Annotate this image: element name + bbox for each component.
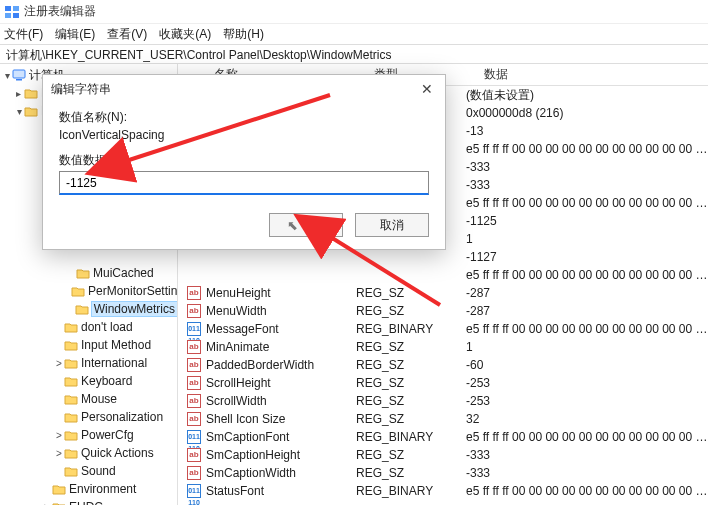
list-row[interactable]: 011110StatusFontREG_BINARYe5 ff ff ff 00… [178,482,708,500]
cell-type: REG_SZ [348,394,458,408]
address-bar[interactable]: 计算机\HKEY_CURRENT_USER\Control Panel\Desk… [0,44,708,64]
list-row[interactable]: abMinAnimateREG_SZ1 [178,338,708,356]
tree-label: PowerCfg [81,428,134,442]
svg-rect-1 [13,6,19,11]
svg-rect-2 [5,13,11,18]
cell-name: Shell Icon Size [206,412,348,426]
folder-icon [64,464,78,478]
list-row[interactable]: abSmCaptionWidthREG_SZ-333 [178,464,708,482]
svg-rect-0 [5,6,11,11]
cell-data: -1127 [458,250,708,264]
tree-label: Sound [81,464,116,478]
tree-label: WindowMetrics [92,302,177,316]
list-row[interactable]: abMenuHeightREG_SZ-287 [178,284,708,302]
folder-icon [52,482,66,496]
tree-item[interactable]: ▸Input Method [0,336,177,354]
binary-value-icon: 011110 [187,322,201,336]
list-row[interactable]: -1127 [178,248,708,266]
list-row[interactable]: abPaddedBorderWidthREG_SZ-60 [178,356,708,374]
list-row[interactable]: 011110MessageFontREG_BINARYe5 ff ff ff 0… [178,320,708,338]
cancel-button[interactable]: 取消 [355,213,429,237]
titlebar: 注册表编辑器 [0,0,708,24]
cell-name: MenuWidth [206,304,348,318]
cell-type: REG_BINARY [348,430,458,444]
tree-item[interactable]: >EUDC [0,498,177,505]
list-row[interactable]: abScrollWidthREG_SZ-253 [178,392,708,410]
cell-type: REG_SZ [348,286,458,300]
tree-item[interactable]: ▸Keyboard [0,372,177,390]
cell-data: e5 ff ff ff 00 00 00 00 00 00 00 00 00 0… [458,268,708,282]
tree-item[interactable]: ▸don't load [0,318,177,336]
chevron-right-icon[interactable]: > [54,448,64,459]
folder-icon [64,410,78,424]
tree-item[interactable]: >International [0,354,177,372]
value-name-label: 数值名称(N): [59,109,429,126]
tree-item[interactable]: ▸PerMonitorSettin [0,282,177,300]
chevron-right-icon[interactable]: > [54,430,64,441]
chevron-down-icon[interactable]: ▾ [2,70,12,81]
tree-item[interactable]: >PowerCfg [0,426,177,444]
list-row[interactable]: abShell Icon SizeREG_SZ32 [178,410,708,428]
cell-data: e5 ff ff ff 00 00 00 00 00 00 00 00 00 0… [458,196,708,210]
cell-type: REG_BINARY [348,484,458,498]
col-data[interactable]: 数据 [476,66,708,83]
list-row[interactable]: 011110SmCaptionFontREG_BINARYe5 ff ff ff… [178,428,708,446]
dialog-title: 编辑字符串 [51,81,111,98]
cell-data: 32 [458,412,708,426]
menu-view[interactable]: 查看(V) [107,26,147,43]
tree-item[interactable]: ▸Personalization [0,408,177,426]
menubar: 文件(F) 编辑(E) 查看(V) 收藏夹(A) 帮助(H) [0,24,708,44]
cell-name: SmCaptionHeight [206,448,348,462]
chevron-right-icon[interactable]: > [54,358,64,369]
cursor-icon: ⬉ [287,218,298,233]
chevron-right-icon[interactable]: > [42,502,52,506]
folder-icon [52,500,66,505]
string-value-icon: ab [187,466,201,480]
menu-edit[interactable]: 编辑(E) [55,26,95,43]
chevron-right-icon[interactable]: ▸ [14,88,24,99]
svg-rect-4 [13,70,25,78]
computer-icon [12,68,26,82]
list-row[interactable]: abMenuWidthREG_SZ-287 [178,302,708,320]
tree-item[interactable]: ▸Mouse [0,390,177,408]
cell-data: -333 [458,178,708,192]
value-data-input[interactable] [59,171,429,195]
chevron-down-icon[interactable]: ▾ [14,106,24,117]
tree-item[interactable]: ▸Sound [0,462,177,480]
cell-type: REG_SZ [348,340,458,354]
cell-data: e5 ff ff ff 00 00 00 00 00 00 00 00 00 0… [458,484,708,498]
cell-type: REG_SZ [348,412,458,426]
tree-item[interactable]: ▸WindowMetrics [0,300,177,318]
tree-label: EUDC [69,500,103,505]
menu-file[interactable]: 文件(F) [4,26,43,43]
cell-data: -253 [458,376,708,390]
menu-favorites[interactable]: 收藏夹(A) [159,26,211,43]
ok-button[interactable]: ⬉确定 [269,213,343,237]
folder-icon [64,374,78,388]
list-row[interactable]: abSmCaptionHeightREG_SZ-333 [178,446,708,464]
dialog-titlebar[interactable]: 编辑字符串 ✕ [43,75,445,103]
tree-item[interactable]: ▸MuiCached [0,264,177,282]
menu-help[interactable]: 帮助(H) [223,26,264,43]
tree-item[interactable]: >Quick Actions [0,444,177,462]
tree-label: Keyboard [81,374,132,388]
string-value-icon: ab [187,340,201,354]
tree-label: MuiCached [93,266,154,280]
cell-name: MenuHeight [206,286,348,300]
tree-label: Environment [69,482,136,496]
tree-label: Personalization [81,410,163,424]
list-row[interactable]: e5 ff ff ff 00 00 00 00 00 00 00 00 00 0… [178,266,708,284]
cell-name: SmCaptionWidth [206,466,348,480]
cell-type: REG_SZ [348,304,458,318]
folder-icon [71,284,85,298]
cell-type: REG_SZ [348,448,458,462]
string-value-icon: ab [187,412,201,426]
list-row[interactable]: abScrollHeightREG_SZ-253 [178,374,708,392]
window-title: 注册表编辑器 [24,3,96,20]
close-icon[interactable]: ✕ [417,81,437,97]
cell-data: e5 ff ff ff 00 00 00 00 00 00 00 00 00 0… [458,142,708,156]
cell-data: e5 ff ff ff 00 00 00 00 00 00 00 00 00 0… [458,430,708,444]
value-data-label: 数值数据(V): [59,152,429,169]
cell-type: REG_SZ [348,358,458,372]
tree-item[interactable]: ▸Environment [0,480,177,498]
